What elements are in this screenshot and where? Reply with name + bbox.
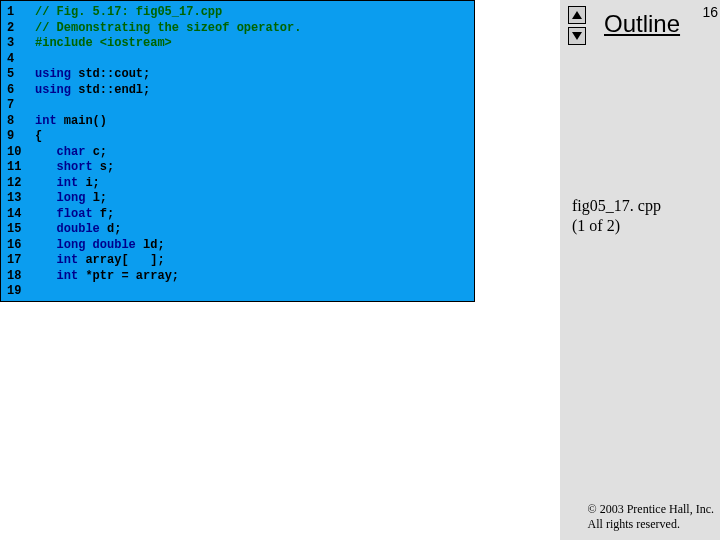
line-number: 1 — [7, 5, 35, 21]
code-line: 14 float f; — [7, 207, 468, 223]
caption-line-2: (1 of 2) — [572, 216, 661, 236]
copyright-line-2: All rights reserved. — [588, 517, 714, 532]
code-line: 12 int i; — [7, 176, 468, 192]
code-token: ld; — [143, 238, 165, 252]
copyright-line-1: © 2003 Prentice Hall, Inc. — [588, 502, 714, 517]
code-token — [35, 191, 57, 205]
triangle-down-icon — [572, 32, 582, 40]
line-number: 4 — [7, 52, 35, 68]
code-line: 16 long double ld; — [7, 238, 468, 254]
code-line: 5using std::cout; — [7, 67, 468, 83]
line-number: 3 — [7, 36, 35, 52]
code-token — [35, 207, 57, 221]
code-token: std::endl; — [78, 83, 150, 97]
code-line: 9{ — [7, 129, 468, 145]
code-token: double — [57, 222, 107, 236]
code-token: int — [57, 253, 86, 267]
triangle-up-icon — [572, 11, 582, 19]
code-token: int — [57, 269, 86, 283]
code-token: s; — [100, 160, 114, 174]
code-token: *ptr = array; — [85, 269, 179, 283]
code-panel: 1// Fig. 5.17: fig05_17.cpp2// Demonstra… — [0, 0, 475, 302]
code-token: { — [35, 129, 42, 143]
line-number: 19 — [7, 284, 35, 300]
code-line: 15 double d; — [7, 222, 468, 238]
code-token: using — [35, 67, 78, 81]
code-line: 19 — [7, 284, 468, 300]
code-token — [35, 145, 57, 159]
line-number: 2 — [7, 21, 35, 37]
code-line: 13 long l; — [7, 191, 468, 207]
right-panel: Outline 16 fig05_17. cpp (1 of 2) © 2003… — [560, 0, 720, 540]
code-token: long — [57, 191, 93, 205]
code-line: 8int main() — [7, 114, 468, 130]
line-number: 12 — [7, 176, 35, 192]
line-number: 9 — [7, 129, 35, 145]
slide: Outline 16 fig05_17. cpp (1 of 2) © 2003… — [0, 0, 720, 540]
code-line: 1// Fig. 5.17: fig05_17.cpp — [7, 5, 468, 21]
code-token — [35, 160, 57, 174]
code-token: c; — [93, 145, 107, 159]
line-number: 13 — [7, 191, 35, 207]
code-line: 17 int array[ ]; — [7, 253, 468, 269]
line-number: 16 — [7, 238, 35, 254]
code-line: 2// Demonstrating the sizeof operator. — [7, 21, 468, 37]
code-line: 7 — [7, 98, 468, 114]
code-line: 11 short s; — [7, 160, 468, 176]
code-token — [35, 176, 57, 190]
line-number: 14 — [7, 207, 35, 223]
code-token: int — [57, 176, 86, 190]
caption-line-1: fig05_17. cpp — [572, 196, 661, 216]
code-line: 18 int *ptr = array; — [7, 269, 468, 285]
line-number: 6 — [7, 83, 35, 99]
nav-up-button[interactable] — [568, 6, 586, 24]
line-number: 11 — [7, 160, 35, 176]
code-line: 10 char c; — [7, 145, 468, 161]
code-token: main() — [64, 114, 107, 128]
outline-title: Outline — [604, 10, 680, 38]
code-line: 4 — [7, 52, 468, 68]
code-token: float — [57, 207, 100, 221]
code-line: 3#include <iostream> — [7, 36, 468, 52]
code-token: int — [35, 114, 64, 128]
nav-down-button[interactable] — [568, 27, 586, 45]
code-token: d; — [107, 222, 121, 236]
copyright: © 2003 Prentice Hall, Inc. All rights re… — [588, 502, 714, 532]
code-token: // Fig. 5.17: fig05_17.cpp — [35, 5, 222, 19]
line-number: 10 — [7, 145, 35, 161]
code-token: std::cout; — [78, 67, 150, 81]
code-token: using — [35, 83, 78, 97]
code-token — [35, 253, 57, 267]
line-number: 5 — [7, 67, 35, 83]
code-token: l; — [93, 191, 107, 205]
slide-caption: fig05_17. cpp (1 of 2) — [572, 196, 661, 236]
code-token: // Demonstrating the sizeof operator. — [35, 21, 301, 35]
line-number: 8 — [7, 114, 35, 130]
nav-buttons — [568, 6, 588, 48]
code-token — [35, 238, 57, 252]
code-token: array[ ]; — [85, 253, 164, 267]
line-number: 18 — [7, 269, 35, 285]
code-token: short — [57, 160, 100, 174]
code-token: i; — [85, 176, 99, 190]
code-token: f; — [100, 207, 114, 221]
code-token: <iostream> — [100, 36, 172, 50]
page-number: 16 — [702, 4, 718, 20]
code-token — [35, 222, 57, 236]
code-token: char — [57, 145, 93, 159]
line-number: 7 — [7, 98, 35, 114]
code-line: 6using std::endl; — [7, 83, 468, 99]
code-token — [35, 269, 57, 283]
code-token: long double — [57, 238, 143, 252]
line-number: 15 — [7, 222, 35, 238]
code-token: #include — [35, 36, 100, 50]
line-number: 17 — [7, 253, 35, 269]
